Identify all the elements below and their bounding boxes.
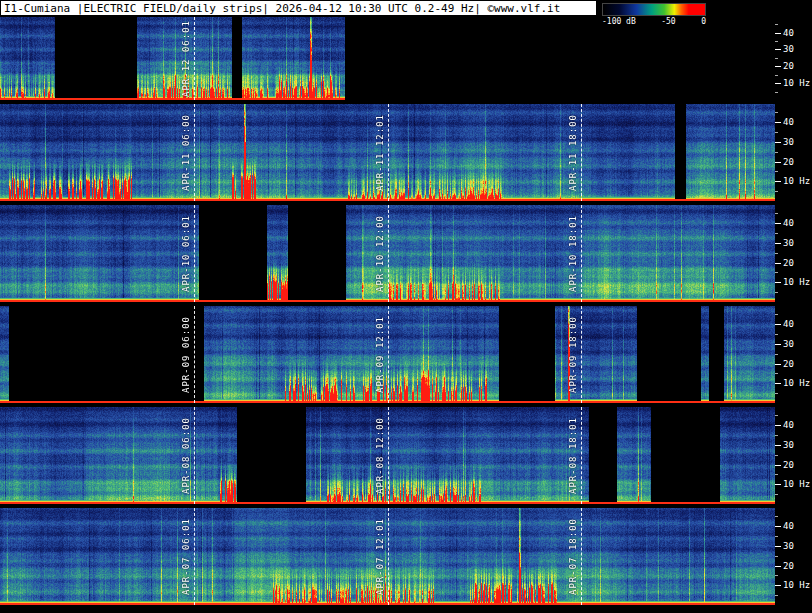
time-marker-line (194, 407, 195, 504)
freq-tick-label: 40 (783, 319, 794, 329)
freq-tick-label: 30 (783, 440, 794, 450)
freq-minor-tick (775, 58, 778, 59)
freq-minor-tick (775, 556, 778, 557)
freq-minor-tick (775, 75, 778, 76)
frequency-axis: 40302010 Hz40302010 Hz40302010 Hz4030201… (775, 0, 812, 613)
freq-tick-label: 20 (783, 157, 794, 167)
time-marker-line (194, 306, 195, 403)
spectrogram-strip-apr-07: APR-07 06:01APR-07 12:01APR-07 18:00 (0, 508, 775, 605)
freq-tick-label: 30 (783, 238, 794, 248)
freq-minor-tick (775, 314, 778, 315)
freq-tick-label: 40 (783, 28, 794, 38)
colorbar-max-label: 0 (701, 17, 706, 26)
freq-minor-tick (775, 272, 778, 273)
freq-minor-tick (775, 171, 778, 172)
freq-minor-tick (775, 334, 778, 335)
freq-minor-tick (775, 292, 778, 293)
freq-minor-tick (775, 516, 778, 517)
freq-tick-label: 20 (783, 460, 794, 470)
time-marker-line (388, 205, 389, 302)
spectrogram-strip-apr-09: APR-09 06:00APR-09 12:01APR-09 18:00 (0, 306, 775, 403)
freq-tick-label: 10 Hz (783, 378, 810, 388)
freq-tick-label: 20 (783, 359, 794, 369)
colorbar-min-label: -100 dB (602, 17, 636, 26)
freq-tick-label: 20 (783, 61, 794, 71)
freq-tick-label: 10 Hz (783, 277, 810, 287)
freq-tick-label: 40 (783, 117, 794, 127)
freq-minor-tick (775, 112, 778, 113)
freq-tick-label: 40 (783, 521, 794, 531)
freq-tick (775, 142, 781, 143)
freq-tick (775, 122, 781, 123)
freq-tick (775, 425, 781, 426)
freq-tick-label: 30 (783, 339, 794, 349)
spectrogram-strip-apr-08: APR-08 06:00APR-08 12:00APR-08 18:01 (0, 407, 775, 504)
time-marker-line (581, 104, 582, 201)
time-marker-line (388, 508, 389, 605)
freq-minor-tick (775, 393, 778, 394)
title-bar: I1-Cumiana |ELECTRIC FIELD/daily strips|… (0, 0, 597, 16)
time-marker-line (581, 306, 582, 403)
freq-minor-tick (775, 474, 778, 475)
freq-tick-label: 10 Hz (783, 78, 810, 88)
freq-tick (775, 383, 781, 384)
freq-tick-label: 10 Hz (783, 580, 810, 590)
freq-minor-tick (775, 595, 778, 596)
freq-minor-tick (775, 494, 778, 495)
freq-minor-tick (775, 536, 778, 537)
freq-tick-label: 40 (783, 420, 794, 430)
freq-tick (775, 465, 781, 466)
freq-minor-tick (775, 435, 778, 436)
freq-minor-tick (775, 41, 778, 42)
freq-minor-tick (775, 24, 778, 25)
time-marker-line (388, 306, 389, 403)
spectrogram-strips: APR-12 06:01APR-11 06:00APR-11 12:01APR-… (0, 0, 812, 613)
freq-tick-label: 40 (783, 218, 794, 228)
time-marker-line (388, 407, 389, 504)
time-marker-line (194, 104, 195, 201)
time-marker-line (194, 205, 195, 302)
colorbar-mid-label: -50 (661, 17, 675, 26)
colorbar-labels: -100 dB -50 0 (602, 17, 706, 26)
freq-minor-tick (775, 191, 778, 192)
freq-tick-label: 30 (783, 44, 794, 54)
freq-tick-label: 30 (783, 137, 794, 147)
freq-tick (775, 282, 781, 283)
freq-minor-tick (775, 253, 778, 254)
freq-minor-tick (775, 132, 778, 133)
freq-tick-label: 10 Hz (783, 176, 810, 186)
spectrogram-strip-apr-10: APR-10 06:01APR-10 12:00APR-10 18:01 (0, 205, 775, 302)
spectrogram-strip-apr-11: APR-11 06:00APR-11 12:01APR-11 18:00 (0, 104, 775, 201)
freq-tick-label: 20 (783, 561, 794, 571)
time-marker-line (388, 104, 389, 201)
freq-tick-label: 10 Hz (783, 479, 810, 489)
freq-minor-tick (775, 152, 778, 153)
freq-tick (775, 33, 781, 34)
freq-minor-tick (775, 575, 778, 576)
freq-tick (775, 223, 781, 224)
freq-tick-label: 30 (783, 541, 794, 551)
freq-minor-tick (775, 373, 778, 374)
freq-tick (775, 484, 781, 485)
page-title: I1-Cumiana |ELECTRIC FIELD/daily strips|… (4, 2, 560, 15)
vlf-monitor-screen: APR-12 06:01APR-11 06:00APR-11 12:01APR-… (0, 0, 812, 613)
freq-tick (775, 546, 781, 547)
freq-tick (775, 66, 781, 67)
colorbar-gradient (602, 3, 706, 16)
freq-tick (775, 324, 781, 325)
freq-tick (775, 263, 781, 264)
freq-minor-tick (775, 455, 778, 456)
freq-tick (775, 181, 781, 182)
freq-tick (775, 162, 781, 163)
freq-tick (775, 526, 781, 527)
freq-tick (775, 585, 781, 586)
freq-tick (775, 445, 781, 446)
colorbar-legend: -100 dB -50 0 (597, 0, 711, 31)
time-marker-line (581, 508, 582, 605)
freq-minor-tick (775, 213, 778, 214)
freq-tick (775, 49, 781, 50)
freq-tick-label: 20 (783, 258, 794, 268)
freq-tick (775, 344, 781, 345)
time-marker-line (581, 407, 582, 504)
freq-tick (775, 83, 781, 84)
